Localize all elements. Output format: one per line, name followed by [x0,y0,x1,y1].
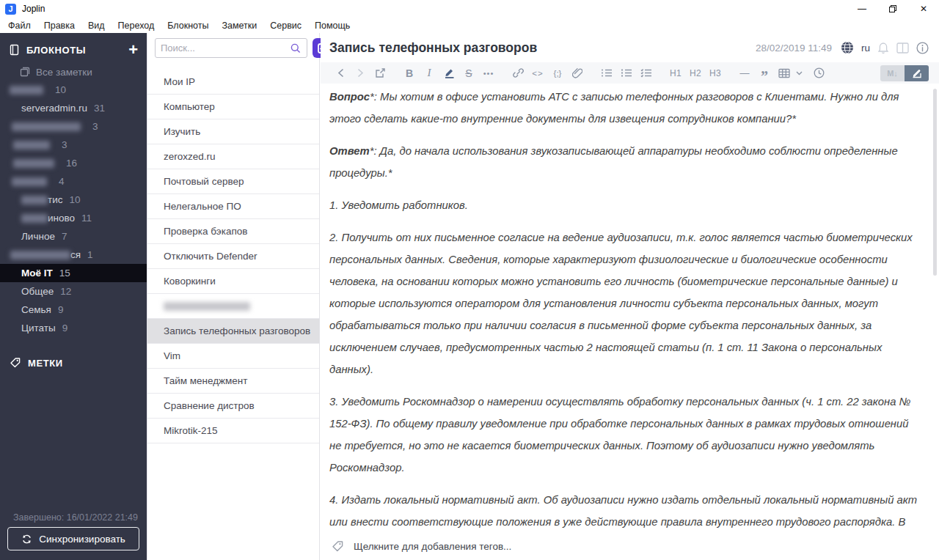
heading2-button[interactable]: H2 [689,68,702,78]
sidebar-notebook-item[interactable]: Общее 12 [0,282,147,301]
restore-icon [888,4,897,13]
menu-go[interactable]: Переход [112,21,161,31]
restore-button[interactable] [877,0,908,18]
sidebar-notebook-item[interactable]: 3 [0,136,147,154]
table-chevron-down-icon[interactable] [792,71,805,75]
notebooks-header-label: БЛОКНОТЫ [26,45,86,56]
code-block-button[interactable]: {;} [551,69,564,78]
close-button[interactable]: ✕ [908,0,939,18]
note-item[interactable]: zeroxzed.ru [147,144,319,169]
paragraph: Вопрос*: Мы хотим в офисе установить АТС… [329,86,918,130]
back-button[interactable] [334,68,347,78]
synchronize-label: Синхронизировать [39,534,125,545]
note-item[interactable]: Отключить Defender [147,244,319,269]
menu-view[interactable]: Вид [81,21,112,31]
sidebar-notebook-item[interactable]: Личное 7 [0,227,147,246]
sidebar-notebook-item[interactable]: тис 10 [0,191,147,209]
editor-panel: Запись телефонных разговоров 28/02/2019 … [321,33,939,560]
menu-notes[interactable]: Заметки [215,21,263,31]
add-tags-placeholder: Щелкните для добавления тегов... [354,541,511,552]
highlight-pen-button[interactable] [442,67,456,78]
sidebar-notebook-item[interactable]: Цитаты 9 [0,319,147,337]
redacted-label [10,251,70,259]
menu-file[interactable]: Файл [1,21,37,31]
note-item[interactable]: Компьютер [147,95,319,119]
sync-icon [21,534,32,545]
layout-columns-icon[interactable] [896,43,909,54]
search-box[interactable] [155,38,307,58]
redacted-label [164,302,250,311]
new-notebook-button[interactable]: + [128,43,138,57]
redacted-label [12,177,47,186]
redacted-label [12,122,81,131]
sidebar-notebook-item[interactable]: 4 [0,172,147,191]
sidebar-notebook-item[interactable]: Семья 9 [0,301,147,319]
menu-edit[interactable]: Правка [37,21,81,31]
sidebar-notebook-item[interactable]: 3 [0,117,147,136]
synchronize-button[interactable]: Синхронизировать [7,527,139,550]
tag-bar[interactable]: Щелкните для добавления тегов... [321,532,932,560]
note-list: Мои IP Компьютер Изучить zeroxzed.ru Поч… [147,70,319,443]
more-formats-button[interactable]: ••• [482,69,495,78]
checklist-button[interactable] [640,68,653,78]
paragraph: Ответ*: Да, до начала использования звук… [329,140,918,184]
alarm-bell-icon[interactable] [877,42,889,54]
sidebar-notebook-item-selected[interactable]: Моё IT 15 [0,264,147,282]
menu-notebooks[interactable]: Блокноты [161,21,215,31]
note-item[interactable]: Изучить [147,119,319,144]
note-item-selected[interactable]: Запись телефонных разговоров [147,319,319,344]
redacted-label [10,86,43,95]
bold-button[interactable]: B [403,67,416,79]
sidebar-notebook-item[interactable]: иново 11 [0,209,147,227]
editor-toolbar: B I S ••• <> {;} [321,62,939,84]
info-icon[interactable] [916,42,929,54]
redacted-label [21,214,48,223]
blockquote-button[interactable]: ” [758,67,771,80]
sidebar-notebook-item[interactable]: serveradmin.ru 31 [0,99,147,117]
menu-tools[interactable]: Сервис [263,21,308,31]
external-edit-button[interactable] [373,67,387,78]
minimize-button[interactable]: — [847,0,877,18]
heading3-button[interactable]: H3 [709,68,722,78]
note-body[interactable]: Вопрос*: Мы хотим в офисе установить АТС… [329,86,918,531]
note-item[interactable]: Vim [147,344,319,369]
attach-file-button[interactable] [571,67,584,78]
inline-code-button[interactable]: <> [531,69,544,78]
richtext-view-button[interactable] [905,65,929,81]
insert-table-button[interactable] [778,68,791,78]
markdown-view-button[interactable]: M↓ [880,65,905,81]
horizontal-rule-button[interactable]: — [738,67,751,78]
scrollbar-thumb[interactable] [933,89,937,276]
bulleted-list-button[interactable] [600,68,613,78]
heading1-button[interactable]: H1 [669,68,682,78]
note-title[interactable]: Запись телефонных разговоров [329,40,537,56]
note-item[interactable]: Нелегальное ПО [147,194,319,219]
notebooks-header: БЛОКНОТЫ + [0,37,147,63]
strikethrough-button[interactable]: S [462,67,475,79]
redacted-label [21,196,48,205]
sidebar-notebook-item[interactable]: ся 1 [0,246,147,264]
insert-datetime-button[interactable] [812,67,825,78]
tag-icon [332,540,344,553]
menu-help[interactable]: Помощь [308,21,357,31]
window-title: Joplin [22,4,45,14]
note-item[interactable]: Мои IP [147,70,319,95]
note-item[interactable]: Тайм менеджмент [147,369,319,394]
menubar: Файл Правка Вид Переход Блокноты Заметки… [0,18,939,33]
spellcheck-locale[interactable]: ru [861,43,870,54]
note-item[interactable]: Проверка бэкапов [147,219,319,244]
hyperlink-button[interactable] [511,67,525,78]
search-input[interactable] [161,43,290,54]
globe-icon[interactable] [841,41,854,54]
sidebar-notebook-item[interactable]: 10 [0,81,147,99]
note-item[interactable]: Коворкинги [147,269,319,294]
note-item[interactable]: Почтовый сервер [147,169,319,194]
italic-button[interactable]: I [423,67,436,79]
sidebar-notebook-item[interactable]: 16 [0,154,147,172]
sidebar-item-all-notes[interactable]: Все заметки [0,63,147,81]
note-item[interactable]: Сравнение дистров [147,394,319,419]
note-item[interactable]: Mikrotik-215 [147,419,319,443]
note-item-redacted[interactable] [147,294,319,319]
forward-button[interactable] [354,68,367,78]
numbered-list-button[interactable] [620,68,633,78]
